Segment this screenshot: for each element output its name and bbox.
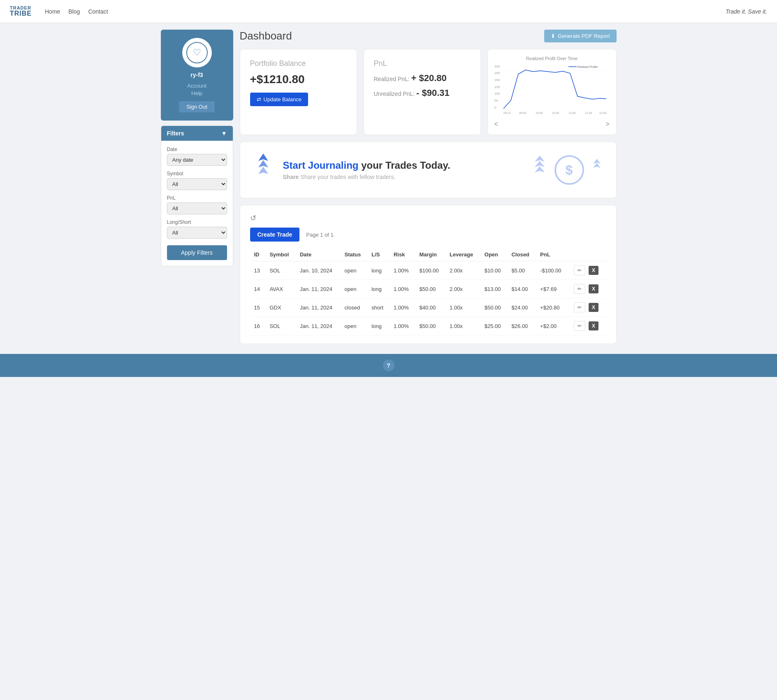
- symbol-select[interactable]: All: [167, 178, 227, 190]
- journal-heading-blue: Start Journaling: [283, 160, 359, 171]
- navbar: TRADER TRIBE Home Blog Contact Trade it.…: [0, 0, 777, 23]
- pnl-chart: 300 250 200 150 100 50 0 Realized Prof: [494, 63, 610, 116]
- apply-filters-button[interactable]: Apply Filters: [167, 245, 227, 260]
- edit-trade-button[interactable]: ✏: [574, 321, 585, 331]
- chart-next-icon[interactable]: >: [605, 121, 609, 128]
- decoration-icon-1: [531, 156, 548, 184]
- svg-text:11:00: 11:00: [568, 112, 576, 114]
- generate-pdf-button[interactable]: ⬇ Generate PDF Report: [544, 30, 616, 42]
- table-header: ID Symbol Date Status L/S Risk Margin Le…: [250, 248, 606, 261]
- edit-trade-button[interactable]: ✏: [574, 265, 585, 275]
- cell-ls: short: [367, 298, 390, 317]
- sidebar: ♡ ry-f3 AccountHelp Sign Out Filters ▼ D…: [161, 30, 233, 344]
- journal-logo-icon: [253, 153, 273, 186]
- svg-marker-18: [258, 160, 268, 167]
- pnl-label: PnL: [167, 195, 227, 201]
- filters-header[interactable]: Filters ▼: [161, 126, 233, 141]
- cell-risk: 1.00%: [390, 317, 415, 335]
- download-icon: ⬇: [551, 33, 555, 39]
- svg-marker-20: [535, 156, 545, 162]
- nav-contact[interactable]: Contact: [88, 8, 108, 15]
- cell-ls: long: [367, 280, 390, 298]
- cell-open: $25.00: [480, 317, 508, 335]
- cell-leverage: 2.00x: [445, 261, 480, 280]
- update-balance-button[interactable]: ⇄ Update Balance: [250, 93, 308, 106]
- nav-links: Home Blog Contact: [45, 8, 108, 15]
- pnl-card: PnL Realized PnL: + $20.80 Unrealized Pn…: [364, 49, 481, 135]
- svg-marker-17: [258, 153, 268, 161]
- realized-pnl-label: Realized PnL:: [374, 76, 410, 82]
- svg-text:12:00: 12:00: [599, 112, 607, 114]
- cell-open: $13.00: [480, 280, 508, 298]
- banner-decoration: $: [531, 155, 603, 185]
- longshort-select[interactable]: All: [167, 227, 227, 239]
- svg-marker-21: [535, 161, 545, 167]
- svg-text:09:00: 09:00: [519, 112, 527, 114]
- cell-pnl: +$2.00: [536, 317, 568, 335]
- svg-text:Realized Profits: Realized Profits: [578, 65, 598, 68]
- cell-risk: 1.00%: [390, 280, 415, 298]
- delete-trade-button[interactable]: X: [589, 303, 598, 312]
- pnl-select[interactable]: All: [167, 202, 227, 214]
- trades-tbody: 13 SOL Jan. 10, 2024 open long 1.00% $10…: [250, 261, 606, 335]
- col-leverage: Leverage: [445, 248, 480, 261]
- chart-title: Realized Profit Over Time: [494, 56, 610, 61]
- cell-id: 15: [250, 298, 266, 317]
- longshort-label: Long/Short: [167, 219, 227, 225]
- edit-trade-button[interactable]: ✏: [574, 284, 585, 294]
- main-layout: ♡ ry-f3 AccountHelp Sign Out Filters ▼ D…: [154, 23, 623, 351]
- update-balance-label: Update Balance: [264, 96, 302, 102]
- svg-text:50: 50: [494, 99, 498, 102]
- cell-status: open: [341, 261, 368, 280]
- cell-id: 14: [250, 280, 266, 298]
- table-header-row: ID Symbol Date Status L/S Risk Margin Le…: [250, 248, 606, 261]
- symbol-filter: Symbol All: [167, 171, 227, 190]
- sidebar-profile: ♡ ry-f3 AccountHelp Sign Out: [161, 30, 233, 121]
- nav-home[interactable]: Home: [45, 8, 60, 15]
- chart-prev-icon[interactable]: <: [494, 121, 498, 128]
- journal-heading: Start Journaling your Trades Today.: [283, 160, 450, 171]
- svg-text:300: 300: [494, 65, 500, 68]
- cell-actions: ✏ X: [568, 298, 606, 317]
- cell-closed: $24.00: [507, 298, 536, 317]
- trades-table: ID Symbol Date Status L/S Risk Margin Le…: [250, 248, 606, 335]
- sign-out-button[interactable]: Sign Out: [179, 101, 215, 112]
- col-margin: Margin: [415, 248, 445, 261]
- filters-panel: Filters ▼ Date Any date Today This week …: [161, 126, 233, 266]
- cell-closed: $26.00: [507, 317, 536, 335]
- dashboard-header: Dashboard ⬇ Generate PDF Report: [240, 30, 617, 42]
- cell-status: closed: [341, 298, 368, 317]
- generate-pdf-label: Generate PDF Report: [558, 33, 610, 39]
- refresh-icon[interactable]: ↺: [250, 214, 606, 223]
- account-help-link[interactable]: AccountHelp: [187, 82, 206, 97]
- nav-blog[interactable]: Blog: [68, 8, 80, 15]
- delete-trade-button[interactable]: X: [589, 321, 598, 330]
- main-content: Dashboard ⬇ Generate PDF Report Portfoli…: [240, 30, 617, 344]
- svg-marker-24: [593, 163, 601, 168]
- table-row: 16 SOL Jan. 11, 2024 open long 1.00% $50…: [250, 317, 606, 335]
- cell-open: $10.00: [480, 261, 508, 280]
- cell-leverage: 1.00x: [445, 317, 480, 335]
- svg-text:0: 0: [494, 106, 496, 109]
- filters-body: Date Any date Today This week This month…: [161, 141, 233, 266]
- delete-trade-button[interactable]: X: [589, 284, 598, 293]
- cell-closed: $5.00: [507, 261, 536, 280]
- cell-status: open: [341, 317, 368, 335]
- delete-trade-button[interactable]: X: [589, 266, 598, 275]
- swap-icon: ⇄: [257, 96, 261, 102]
- coin-icon: $: [554, 155, 584, 185]
- cell-risk: 1.00%: [390, 261, 415, 280]
- help-icon[interactable]: ?: [383, 360, 394, 371]
- svg-text:200: 200: [494, 78, 500, 82]
- edit-trade-button[interactable]: ✏: [574, 302, 585, 312]
- avatar-icon: ♡: [186, 42, 208, 63]
- cell-id: 16: [250, 317, 266, 335]
- journal-banner: Start Journaling your Trades Today. Shar…: [240, 142, 617, 198]
- journal-subtext: Share Share your trades with fellow trad…: [283, 174, 450, 180]
- svg-text:10:30: 10:30: [552, 112, 559, 114]
- create-trade-button[interactable]: Create Trade: [250, 228, 300, 242]
- footer: ?: [0, 354, 777, 377]
- date-select[interactable]: Any date Today This week This month: [167, 154, 227, 166]
- cell-closed: $14.00: [507, 280, 536, 298]
- cell-actions: ✏ X: [568, 261, 606, 280]
